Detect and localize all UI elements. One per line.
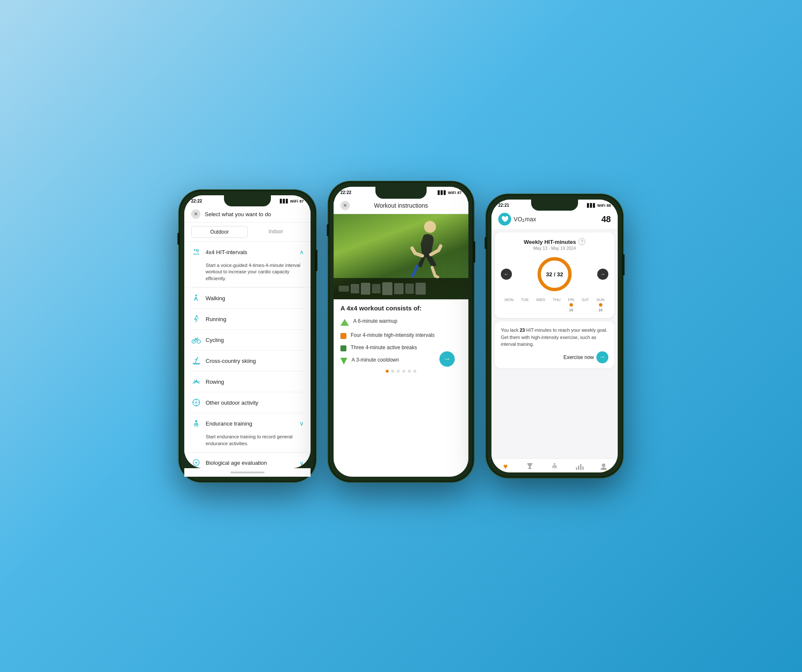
close-button-2[interactable]: ✕ [340,201,350,210]
nav-profile[interactable]: Profile [593,462,614,472]
activity-running-label: Running [206,316,304,322]
activity-other-icon [191,397,201,408]
exercise-btn-row: Exercise now → [501,351,608,363]
activity-walking-icon [191,293,201,303]
activity-log-icon [575,462,584,472]
day-sun: SUN 16 [596,298,604,312]
svg-rect-23 [528,468,532,469]
svg-point-16 [195,420,198,423]
day-dot-sun [599,303,602,307]
warmup-text: A 6-minute warmup [353,318,397,325]
vo2max-header: VO₂max 48 [491,209,618,229]
wifi-icon-1: WiFi [290,199,298,203]
activity-endurance-icon [191,418,201,429]
hit-help-button[interactable]: ? [578,238,585,245]
activity-rowing-item[interactable]: Rowing [184,371,311,392]
svg-point-17 [195,462,197,463]
warmup-icon [340,318,349,327]
nav-contests[interactable]: Contests [520,462,540,472]
contests-icon [526,462,534,472]
signal-icon-3: ▋▋▋ [587,203,596,208]
tab-indoor[interactable]: Indoor [248,226,304,238]
day-dot-tue [523,303,526,307]
status-time-2: 22:22 [340,190,352,195]
day-wed: WED [536,298,545,312]
close-button-1[interactable]: ✕ [191,209,200,219]
day-fri: FRI 16 [568,298,575,312]
breaks-icon [340,345,346,351]
activity-skiing-icon [191,356,201,366]
activity-bio-item[interactable]: Biological age evaluation ∨ [184,453,311,468]
vo2max-badge: VO₂max [498,213,536,226]
workout-heading: A 4x4 workout consists of: [340,304,462,312]
tab-row-1: Outdoor Indoor [184,223,311,242]
dot-1 [386,370,389,373]
workout-video[interactable] [334,214,468,299]
chart-nav-left[interactable]: ← [501,269,512,280]
activity-running-item[interactable]: Running [184,309,311,329]
video-overlay [334,278,468,299]
nav-workout[interactable]: Work out [544,462,565,472]
phone2-header-title: Workout instructions [350,202,452,209]
hit-card: Weekly HIT-minutes ? May 13 - May 19 202… [495,232,614,318]
activity-4x4-item[interactable]: 4x4 HIT-intervals ∧ [184,242,311,262]
day-dot-sat [584,303,587,307]
svg-point-24 [554,463,555,465]
signal-icon-2: ▋▋▋ [438,191,447,195]
svg-point-3 [197,340,200,343]
phone-workout-instructions: 22:22 ▋▋▋ WiFi 87 ✕ Workout instructions [328,182,474,482]
activity-other-item[interactable]: Other outdoor activity [184,392,311,413]
activity-endurance-label: Endurance training [206,420,295,427]
activity-rowing-icon [191,377,201,387]
activity-skiing-item[interactable]: Cross-country skiing [184,350,311,371]
vo2max-value: 48 [602,214,611,224]
tab-outdoor[interactable]: Outdoor [191,226,248,238]
dot-5 [408,370,411,373]
activity-endurance-item[interactable]: Endurance training ∨ [184,413,311,434]
status-time-1: 22:22 [191,199,202,203]
activity-running-icon [191,314,201,324]
home-indicator-1 [184,468,311,477]
activity-rowing-label: Rowing [206,379,304,385]
activity-bio-label: Biological age evaluation [206,460,295,466]
svg-point-7 [197,357,198,359]
battery-icon-3: 88 [607,203,611,208]
day-tue: TUE [521,298,529,312]
dot-2 [391,370,394,373]
svg-point-1 [196,316,198,317]
hit-date: May 13 - May 19 2024 [501,246,608,251]
chart-nav-right[interactable]: → [597,269,608,280]
hit-card-header: Weekly HIT-minutes ? [501,238,608,245]
activity-4x4-expanded: Start a voice-guided 4-times-4-minute in… [184,262,311,287]
svg-rect-26 [578,466,579,470]
activity-4x4-chevron: ∧ [299,249,304,255]
donut-chart: 32 / 32 [535,255,574,293]
health-icon: ♥ [503,462,508,471]
exercise-now-button[interactable]: Exercise now → [564,351,608,363]
nav-activity-log[interactable]: Activity log [569,462,590,472]
status-icons-2: ▋▋▋ WiFi 87 [438,191,462,195]
activity-walking-item[interactable]: Walking [184,288,311,308]
day-dot-wed [539,303,542,307]
svg-rect-22 [529,466,531,468]
phone1-header-title: Select what you want to do [205,211,271,217]
day-dot-thu [555,303,558,307]
dot-3 [397,370,400,373]
wifi-icon-2: WiFi [448,191,456,195]
activity-4x4-desc: Start a voice-guided 4-times-4-minute in… [206,262,304,282]
svg-rect-27 [580,464,581,470]
day-mon: MON [505,298,514,312]
nav-health[interactable]: ♥ Health [495,462,516,472]
activity-cycling-item[interactable]: Cycling [184,330,311,350]
cooldown-icon [340,358,347,365]
health-label: Health [500,472,511,472]
notch-2 [375,187,427,199]
workout-icon [550,462,559,472]
donut-text: 32 / 32 [546,271,563,278]
hit-message-card: You lack 23 HIT-minutes to reach your we… [495,322,614,368]
next-button[interactable]: → [439,351,455,367]
phone3-screen: VO₂max 48 Weekly HIT-minutes ? May 13 - … [491,209,618,472]
dot-6 [413,370,416,373]
activity-list: 4x4 HIT-intervals ∧ Start a voice-guided… [184,242,311,468]
signal-icon-1: ▋▋▋ [280,199,289,203]
